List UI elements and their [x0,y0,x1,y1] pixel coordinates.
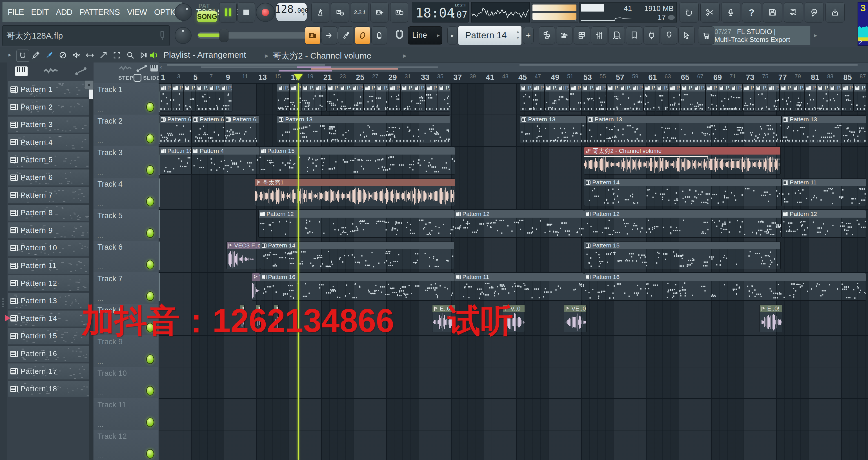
pattern-clip[interactable]: P.. [532,84,545,111]
pattern-clip[interactable]: P.. [171,84,183,111]
track-header[interactable]: Track 12 ... [94,430,158,460]
pattern-list-item[interactable]: Pattern 9 [8,222,90,239]
step-toggle[interactable] [133,74,142,81]
overview-left-arrow[interactable]: ‹ [160,63,162,71]
audio-clip[interactable]: 哥太穷2 - Channel volume [584,147,781,174]
select-tool-button[interactable] [111,50,123,61]
time-mode-label[interactable]: B:S:T [455,3,466,7]
hint-panel-button[interactable] [371,27,387,44]
pattern-spinner[interactable]: ▲▼ [516,28,520,41]
oscilloscope[interactable] [471,2,530,23]
pattern-clip[interactable]: Pattern 13 [781,116,866,143]
track-options-dots[interactable]: ... [97,390,104,397]
typing-keyboard-button[interactable] [370,2,389,23]
pattern-list-item[interactable]: Pattern 13 [8,293,90,309]
track-options-dots[interactable]: ... [97,169,104,176]
project-title-box[interactable]: 哥太穷128A.flp [2,25,169,46]
preview-speaker-icon[interactable] [149,50,160,61]
pattern-clip[interactable]: Pattern 12 [781,210,866,238]
pattern-clip[interactable]: P.. [644,84,656,111]
menu-add[interactable]: ADD [56,8,72,17]
delete-tool-button[interactable] [57,50,69,61]
record-audio-button[interactable] [721,2,740,23]
menu-patterns[interactable]: PATTERNS [80,8,120,17]
pattern-clip[interactable]: P.. [196,84,208,111]
track-enable-led[interactable] [146,165,154,175]
audio-clip[interactable]: V..! [252,273,260,301]
pattern-clip[interactable]: P.. [159,84,171,111]
pattern-clip[interactable]: Pattern 6 [192,116,224,143]
metronome-button[interactable] [311,2,329,23]
tab-audio-icon[interactable] [43,67,59,75]
track-options-dots[interactable]: ... [97,453,104,460]
pattern-clip[interactable]: P.. [582,84,594,111]
pattern-clip[interactable]: Pattern 12 [258,210,454,238]
stop-button[interactable] [238,2,255,23]
track-header[interactable]: Track 1 ... [94,83,158,115]
pattern-clip[interactable]: P.. [792,84,804,111]
pattern-list-item[interactable]: Pattern 6 [8,169,90,186]
pattern-list-item[interactable]: Pattern 1 [8,81,90,98]
pattern-clip[interactable]: P.. [388,84,401,111]
loop-record-button[interactable] [390,2,408,23]
pattern-clip[interactable]: Pattern 16 [260,273,454,301]
pattern-clip[interactable]: P.. [339,84,351,111]
track-options-dots[interactable]: ... [97,106,104,113]
pattern-clip[interactable]: P.. [401,84,413,111]
pattern-clip[interactable]: Pattern 12 [454,210,584,238]
pattern-clip[interactable]: Patt..n 10 [159,147,192,174]
track-header[interactable]: Track 5 ... [94,209,158,241]
pattern-clip[interactable]: P.. [668,84,681,111]
breadcrumb-context[interactable]: 哥太穷2 - Channel volume [273,50,371,62]
pattern-clip[interactable]: Pattern 13 [277,116,450,143]
pattern-clip[interactable]: P.. [804,84,817,111]
pattern-clip[interactable]: P.. [327,84,339,111]
next-empty-pattern-button[interactable] [321,27,337,44]
pattern-clip[interactable]: P.. [438,84,450,111]
pattern-clip[interactable]: P.. [607,84,619,111]
pat-mode-button[interactable]: PAT [198,2,210,9]
pattern-clip[interactable]: P.. [767,84,779,111]
audio-clip[interactable]: 哥太穷1 [255,178,455,206]
pattern-clip[interactable]: Pattern 12 [584,210,781,238]
mini-audio-icon[interactable] [119,65,133,73]
tempo-display[interactable]: 128.000 ▲▼ [276,3,307,22]
pattern-clip[interactable]: P.. [779,84,792,111]
track-enable-led[interactable] [146,418,154,427]
pattern-clip[interactable]: P.. [817,84,829,111]
snap-selector[interactable]: Line ▸ [408,27,442,44]
pattern-prev-button[interactable]: ▸ [447,27,458,44]
song-mode-button[interactable]: SONG [197,11,217,22]
pattern-list-item[interactable]: Pattern 17 [8,363,90,380]
pattern-clip[interactable]: P.. [220,84,232,111]
save-button[interactable] [763,2,782,23]
track-enable-led[interactable] [146,102,154,112]
playhead-line[interactable] [298,83,299,460]
touch-controller-button[interactable] [678,27,695,44]
pattern-list-item[interactable]: Pattern 11 [8,257,90,274]
help-button[interactable]: ? [742,2,761,23]
pattern-scrollbar[interactable] [89,81,93,460]
pattern-clip[interactable]: Pattern 15 [259,147,455,174]
step-edit-button[interactable] [305,27,320,44]
playlist-grid[interactable]: P..P..P..P..P..P..P..P..P..P..P..P..P..P… [159,83,868,460]
pattern-clip[interactable]: P.. [841,84,854,111]
pattern-clip[interactable]: P.. [314,84,327,111]
pattern-clip[interactable]: P.. [693,84,706,111]
track-enable-led[interactable] [146,134,154,143]
pattern-clip[interactable]: P.. [854,84,866,111]
track-header[interactable]: Track 2 ... [94,114,158,147]
pattern-clip[interactable]: P.. [376,84,388,111]
tempo-spinner[interactable]: ▲▼ [302,6,306,17]
record-button[interactable] [256,3,275,22]
paint-tool-button[interactable] [43,50,55,61]
shop-button[interactable] [698,27,714,44]
add-pattern-button[interactable]: + [523,27,534,44]
pattern-clip[interactable]: Pattern 15 [584,241,781,269]
audio-clip[interactable]: VE..0 [564,305,587,332]
undo-button[interactable] [680,2,699,23]
snap-tool-button[interactable] [16,50,29,62]
snap-magnet-icon[interactable] [394,29,405,42]
breadcrumb-window[interactable]: Playlist - Arrangement [163,50,246,60]
menu-view[interactable]: VIEW [127,8,147,17]
